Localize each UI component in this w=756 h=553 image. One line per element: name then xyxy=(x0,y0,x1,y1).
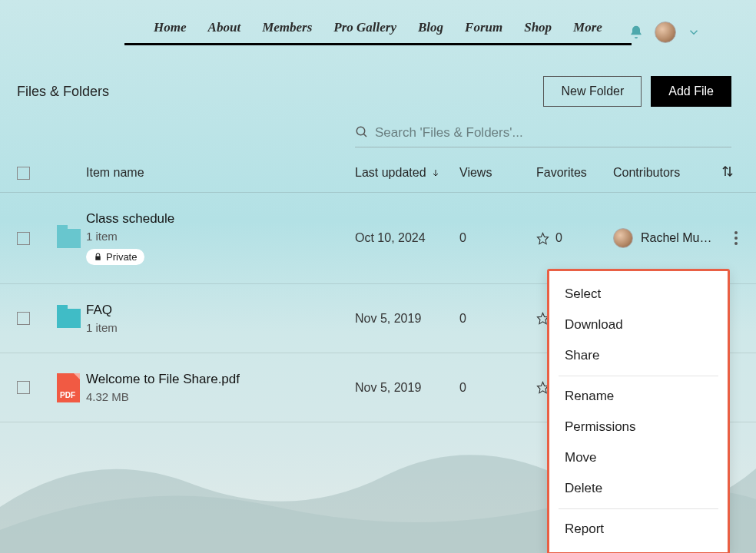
context-menu: Select Download Share Rename Permissions… xyxy=(547,269,730,553)
star-icon xyxy=(536,232,549,245)
col-favorites[interactable]: Favorites xyxy=(536,166,613,180)
col-contributors[interactable]: Contributors xyxy=(613,166,721,180)
svg-point-0 xyxy=(356,127,365,135)
nav-blog[interactable]: Blog xyxy=(418,20,443,35)
col-views[interactable]: Views xyxy=(459,166,536,180)
menu-rename[interactable]: Rename xyxy=(549,381,728,412)
item-name: Welcome to File Share.pdf xyxy=(86,372,355,387)
nav-forum[interactable]: Forum xyxy=(465,20,502,35)
menu-divider xyxy=(559,376,718,376)
menu-select[interactable]: Select xyxy=(549,279,728,310)
folder-icon xyxy=(57,229,81,248)
item-views: 0 xyxy=(459,312,536,326)
add-file-button[interactable]: Add File xyxy=(651,76,731,107)
col-item-name[interactable]: Item name xyxy=(86,166,355,180)
item-favorites[interactable]: 0 xyxy=(536,231,613,245)
item-subtext: 1 item xyxy=(86,321,355,334)
search-box[interactable] xyxy=(355,122,731,147)
user-avatar[interactable] xyxy=(655,22,676,43)
menu-delete[interactable]: Delete xyxy=(549,473,728,504)
pdf-icon: PDF xyxy=(57,373,80,402)
chevron-down-icon[interactable] xyxy=(687,25,701,39)
menu-report[interactable]: Report xyxy=(549,514,728,545)
menu-divider xyxy=(559,508,718,509)
item-views: 0 xyxy=(459,381,536,395)
row-checkbox[interactable] xyxy=(17,232,30,245)
nav-shop[interactable]: Shop xyxy=(524,20,552,35)
item-date: Nov 5, 2019 xyxy=(355,381,459,395)
item-name: FAQ xyxy=(86,303,355,318)
svg-marker-5 xyxy=(537,233,548,243)
item-date: Nov 5, 2019 xyxy=(355,312,459,326)
notifications-icon[interactable] xyxy=(628,25,644,40)
private-badge: Private xyxy=(86,249,144,265)
folder-icon xyxy=(57,309,81,328)
row-checkbox[interactable] xyxy=(17,381,30,394)
menu-permissions[interactable]: Permissions xyxy=(549,412,728,442)
nav-members[interactable]: Members xyxy=(262,20,312,35)
nav-more[interactable]: More xyxy=(573,20,602,35)
item-views: 0 xyxy=(459,231,536,245)
search-input[interactable] xyxy=(375,125,731,141)
menu-move[interactable]: Move xyxy=(549,442,728,473)
item-subtext: 1 item xyxy=(86,230,355,243)
row-checkbox[interactable] xyxy=(17,312,30,325)
item-name: Class schedule xyxy=(86,211,355,227)
nav-home[interactable]: Home xyxy=(154,20,187,35)
svg-line-1 xyxy=(363,134,366,137)
item-date: Oct 10, 2024 xyxy=(355,231,459,245)
contributor-avatar xyxy=(613,228,633,248)
nav-pro-gallery[interactable]: Pro Gallery xyxy=(333,20,396,35)
item-subtext: 4.32 MB xyxy=(86,390,355,403)
search-icon xyxy=(355,125,369,139)
table-header: Item name Last updated Views Favorites C… xyxy=(0,147,756,193)
menu-share[interactable]: Share xyxy=(549,340,728,371)
item-contributor[interactable]: Rachel Mu… xyxy=(613,228,721,248)
menu-download[interactable]: Download xyxy=(549,310,728,340)
select-all-checkbox[interactable] xyxy=(17,167,30,180)
lock-icon xyxy=(94,253,102,261)
page-title: Files & Folders xyxy=(17,84,109,100)
nav-about[interactable]: About xyxy=(208,20,241,35)
row-menu-button[interactable] xyxy=(721,231,751,245)
col-last-updated[interactable]: Last updated xyxy=(355,166,459,180)
new-folder-button[interactable]: New Folder xyxy=(543,76,642,107)
sort-toggle-icon[interactable] xyxy=(721,164,751,181)
arrow-down-icon xyxy=(431,167,440,178)
top-nav: Home About Members Pro Gallery Blog Foru… xyxy=(78,20,678,35)
